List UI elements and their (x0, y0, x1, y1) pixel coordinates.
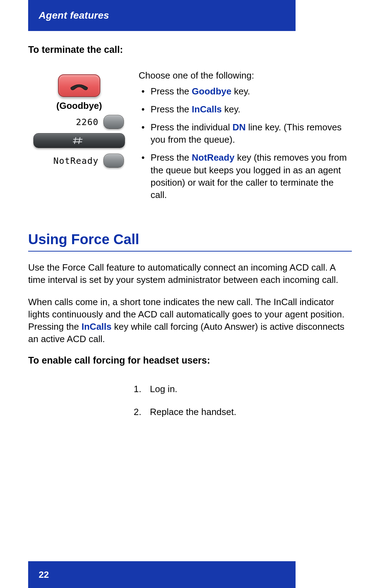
text: Press the individual (151, 122, 233, 132)
page-number: 22 (39, 569, 49, 580)
force-call-para2: When calls come in, a short tone indicat… (28, 296, 352, 345)
step-text: Replace the handset. (150, 407, 236, 417)
text: Press the (151, 104, 192, 114)
text: key. (232, 86, 250, 97)
page: Agent features To terminate the call: (G… (0, 0, 380, 588)
header-bar: Agent features (28, 0, 296, 31)
dn-row: 2260 (28, 115, 130, 129)
terminate-lead: Choose one of the following: (139, 69, 352, 82)
step-number: 1. (134, 384, 144, 395)
notready-row: NotReady (28, 154, 130, 168)
terminate-instructions: Choose one of the following: Press the G… (139, 69, 352, 207)
dn-softkey-icon (103, 115, 124, 129)
list-item: Press the NotReady key (this removes you… (139, 151, 352, 201)
list-item: Press the InCalls key. (139, 103, 352, 116)
terminate-layout: (Goodbye) 2260 (28, 69, 352, 207)
text: Press the (151, 86, 192, 97)
force-call-para1: Use the Force Call feature to automatica… (28, 261, 352, 286)
content: To terminate the call: (Goodbye) 2260 (28, 42, 352, 429)
text: key. (222, 104, 240, 114)
svg-line-1 (79, 138, 80, 144)
terminate-bullets: Press the Goodbye key. Press the InCalls… (139, 85, 352, 201)
force-call-title: Using Force Call (28, 231, 352, 247)
key-illustration: (Goodbye) 2260 (28, 74, 130, 168)
enable-heading: To enable call forcing for headset users… (28, 355, 352, 366)
terminate-subheading: To terminate the call: (28, 44, 352, 55)
incalls-keyword: InCalls (82, 321, 112, 332)
text: Press the (151, 152, 192, 163)
notready-label: NotReady (53, 156, 99, 166)
goodbye-label: (Goodbye) (56, 100, 102, 111)
list-item: 2. Replace the handset. (134, 407, 352, 417)
list-item: Press the Goodbye key. (139, 85, 352, 98)
incalls-keyword: InCalls (192, 104, 222, 114)
footer-bar: 22 (28, 561, 296, 588)
enable-steps: 1. Log in. 2. Replace the handset. (134, 384, 352, 417)
step-text: Log in. (150, 384, 177, 395)
step-number: 2. (134, 407, 144, 417)
goodbye-key-icon (58, 74, 100, 97)
hash-glyph-icon (73, 137, 86, 144)
goodbye-keyword: Goodbye (192, 86, 232, 97)
notready-softkey-icon (103, 154, 124, 168)
hash-key-icon (33, 133, 125, 148)
list-item: 1. Log in. (134, 384, 352, 395)
list-item: Press the individual DN line key. (This … (139, 121, 352, 146)
handset-icon (68, 79, 90, 92)
header-title: Agent features (39, 10, 109, 21)
dn-keyword: DN (233, 122, 246, 132)
dn-number: 2260 (76, 117, 99, 127)
notready-keyword: NotReady (192, 152, 234, 163)
svg-line-0 (75, 138, 76, 144)
section-rule (28, 251, 352, 252)
